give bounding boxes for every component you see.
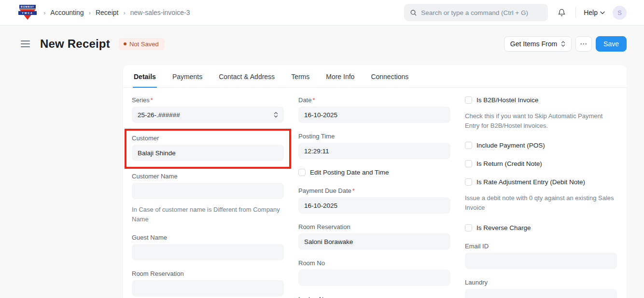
more-actions-button[interactable]: ⋯ [575, 36, 592, 52]
is-return-checkbox-row[interactable]: Is Return (Credit Note) [465, 160, 617, 167]
get-items-from-button[interactable]: Get Items From [504, 36, 572, 52]
edit-posting-checkbox[interactable] [298, 169, 306, 176]
is-reverse-charge-label: Is Reverse Charge [476, 224, 531, 231]
form-card: Details Payments Contact & Address Terms… [123, 65, 627, 298]
tab-terms[interactable]: Terms [290, 65, 310, 88]
posting-time-label: Posting Time [298, 133, 450, 140]
details-form: Series* 25-26-.###### Customer [123, 88, 627, 298]
room-no-label: Room No [298, 259, 450, 267]
series-value: 25-26-.###### [138, 111, 180, 119]
tab-details[interactable]: Details [133, 65, 157, 88]
breadcrumb-current: new-sales-invoice-3 [130, 9, 190, 16]
laundry-field: Laundry [465, 279, 617, 298]
tab-payments[interactable]: Payments [171, 65, 203, 88]
status-dot-icon [124, 42, 126, 45]
customer-field: Customer [132, 135, 284, 161]
tab-more-info[interactable]: More Info [325, 65, 355, 88]
sidebar-toggle-icon[interactable] [19, 39, 31, 49]
edit-posting-label: Edit Posting Date and Time [310, 169, 389, 176]
chevron-updown-icon [561, 41, 565, 47]
annotation-highlight-box: Customer [125, 129, 291, 169]
locker-no-label: Locker No [298, 296, 450, 298]
app-logo[interactable]: BOMBAY YWCA [17, 4, 38, 21]
date-label: Date* [298, 96, 450, 104]
include-payment-checkbox[interactable] [465, 142, 472, 149]
room-reservation-label: Room Reservation [298, 223, 450, 230]
help-menu[interactable]: Help [584, 9, 605, 16]
laundry-input[interactable] [465, 289, 617, 298]
page-title: New Receipt [40, 37, 110, 51]
is-rate-adjustment-checkbox[interactable] [465, 178, 472, 186]
is-reverse-charge-checkbox-row[interactable]: Is Reverse Charge [465, 224, 617, 231]
laundry-label: Laundry [465, 279, 617, 286]
chevron-right-icon: › [89, 9, 91, 16]
include-payment-label: Include Payment (POS) [476, 142, 545, 149]
bell-icon [558, 9, 566, 17]
email-id-label: Email ID [465, 243, 617, 250]
guest-name-field: Guest Name [132, 234, 284, 260]
is-rate-adjustment-checkbox-row[interactable]: Is Rate Adjustment Entry (Debit Note) [465, 178, 617, 186]
room-reservation-input[interactable] [132, 280, 284, 297]
page-header: New Receipt Not Saved Get Items From ⋯ S… [0, 26, 644, 52]
posting-time-input[interactable] [298, 143, 450, 159]
is-return-label: Is Return (Credit Note) [476, 160, 542, 167]
form-column-2: Date* Posting Time Edit Posting Date and… [298, 96, 450, 298]
status-badge: Not Saved [119, 38, 165, 50]
customer-input[interactable] [132, 145, 284, 161]
search-input[interactable] [421, 9, 542, 16]
room-no-input[interactable] [298, 270, 450, 286]
save-button[interactable]: Save [596, 36, 627, 52]
series-label: Series* [132, 96, 284, 104]
room-reservation-value-input[interactable] [298, 233, 450, 250]
customer-name-input[interactable] [132, 183, 284, 199]
required-asterisk: * [151, 96, 153, 104]
search-icon [410, 9, 417, 16]
include-payment-checkbox-row[interactable]: Include Payment (POS) [465, 142, 617, 149]
room-reservation-field-1: Room Reservation [132, 270, 284, 297]
room-reservation-field-2: Room Reservation [298, 223, 450, 250]
global-search[interactable] [404, 4, 548, 21]
payment-due-date-label: Payment Due Date* [298, 187, 450, 194]
breadcrumb-receipt[interactable]: Receipt [96, 9, 118, 16]
required-asterisk: * [312, 96, 315, 104]
posting-time-field: Posting Time [298, 133, 450, 159]
payment-due-date-input[interactable] [298, 197, 450, 214]
tab-contact-address[interactable]: Contact & Address [218, 65, 276, 88]
date-field: Date* [298, 96, 450, 123]
is-b2b-description: Check this if you want to Skip Automatic… [465, 111, 617, 131]
tab-connections[interactable]: Connections [370, 65, 409, 88]
chevron-right-icon: › [123, 9, 125, 16]
room-reservation-label: Room Reservation [132, 270, 284, 277]
breadcrumb-accounting[interactable]: Accounting [50, 9, 84, 16]
guest-name-input[interactable] [132, 244, 284, 260]
customer-name-label: Customer Name [132, 173, 284, 180]
form-column-3: Is B2B/Hostel Invoice Check this if you … [465, 96, 617, 298]
is-b2b-checkbox[interactable] [465, 96, 472, 104]
logo-top-text: BOMBAY [19, 5, 36, 9]
customer-label: Customer [132, 135, 284, 142]
logo-band-text: YWCA [18, 11, 37, 15]
required-asterisk: * [352, 187, 355, 194]
help-label: Help [584, 9, 598, 16]
is-return-checkbox[interactable] [465, 160, 472, 167]
form-tabs: Details Payments Contact & Address Terms… [123, 65, 627, 88]
is-reverse-charge-checkbox[interactable] [465, 224, 472, 231]
date-input[interactable] [298, 107, 450, 123]
user-avatar[interactable]: S [613, 6, 627, 20]
is-rate-adjustment-label: Is Rate Adjustment Entry (Debit Note) [476, 178, 585, 186]
is-b2b-checkbox-row[interactable]: Is B2B/Hostel Invoice [465, 96, 617, 104]
top-navbar: BOMBAY YWCA › Accounting › Receipt › new… [0, 0, 644, 26]
chevron-down-icon [600, 11, 605, 14]
series-select[interactable]: 25-26-.###### [132, 107, 284, 123]
series-field: Series* 25-26-.###### [132, 96, 284, 123]
room-no-field: Room No [298, 259, 450, 286]
chevron-right-icon: › [43, 9, 45, 16]
status-badge-label: Not Saved [129, 41, 159, 48]
edit-posting-checkbox-row[interactable]: Edit Posting Date and Time [298, 169, 450, 176]
customer-name-field: Customer Name [132, 173, 284, 199]
form-column-1: Series* 25-26-.###### Customer [132, 96, 284, 298]
is-rate-adjustment-description: Issue a debit note with 0 qty against an… [465, 193, 617, 213]
notifications-button[interactable] [556, 7, 568, 19]
email-id-input[interactable] [465, 253, 617, 269]
customer-name-description: In Case of customer name is Different fr… [132, 205, 284, 224]
